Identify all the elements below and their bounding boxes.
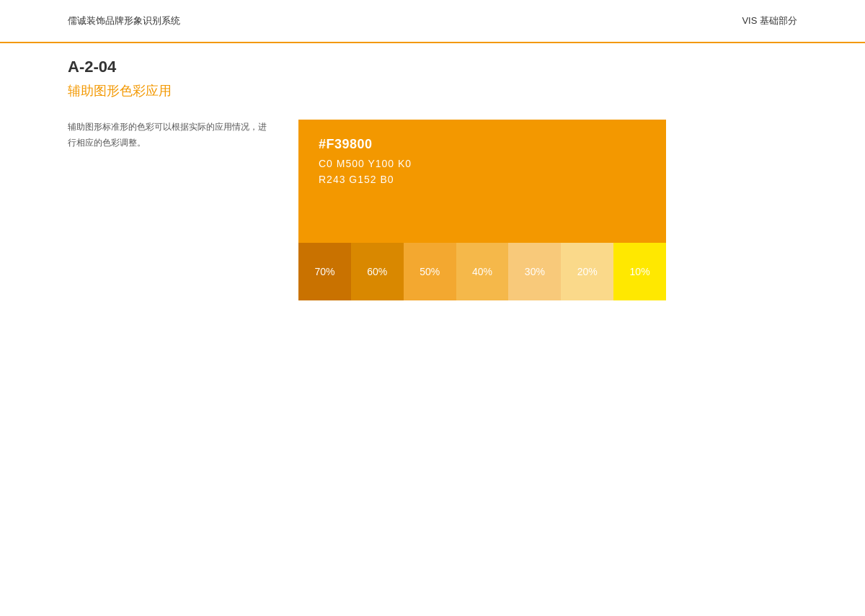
- percent-swatch: 40%: [456, 243, 509, 300]
- percent-swatch: 10%: [613, 243, 666, 300]
- percent-swatch: 50%: [404, 243, 456, 300]
- percent-swatch: 30%: [508, 243, 561, 300]
- page-code: A-2-04: [68, 58, 797, 76]
- header: 儒诚装饰品牌形象识别系统 VIS 基础部分: [0, 0, 865, 43]
- percent-swatch: 20%: [561, 243, 613, 300]
- swatch-container: #F39800 C0 M500 Y100 K0 R243 G152 B0 70%…: [298, 120, 666, 300]
- swatch-hex: #F39800: [319, 137, 646, 152]
- percent-row: 70%60%50%40%30%20%10%: [298, 243, 666, 300]
- page-subtitle: 辅助图形色彩应用: [68, 82, 797, 99]
- main-color-swatch: #F39800 C0 M500 Y100 K0 R243 G152 B0: [298, 120, 666, 243]
- percent-swatch: 60%: [351, 243, 404, 300]
- swatch-spacer: [319, 185, 646, 228]
- swatch-rgb: R243 G152 B0: [319, 174, 646, 185]
- left-description: 辅助图形标准形的色彩可以根据实际的应用情况，进行相应的色彩调整。: [68, 120, 270, 151]
- header-left-title: 儒诚装饰品牌形象识别系统: [68, 14, 180, 27]
- description-text: 辅助图形标准形的色彩可以根据实际的应用情况，进行相应的色彩调整。: [68, 120, 270, 151]
- main-content: A-2-04 辅助图形色彩应用 辅助图形标准形的色彩可以根据实际的应用情况，进行…: [68, 58, 797, 300]
- swatch-cmyk: C0 M500 Y100 K0: [319, 158, 646, 169]
- header-right-title: VIS 基础部分: [742, 14, 797, 27]
- percent-swatch: 70%: [298, 243, 351, 300]
- content-area: 辅助图形标准形的色彩可以根据实际的应用情况，进行相应的色彩调整。 #F39800…: [68, 120, 797, 300]
